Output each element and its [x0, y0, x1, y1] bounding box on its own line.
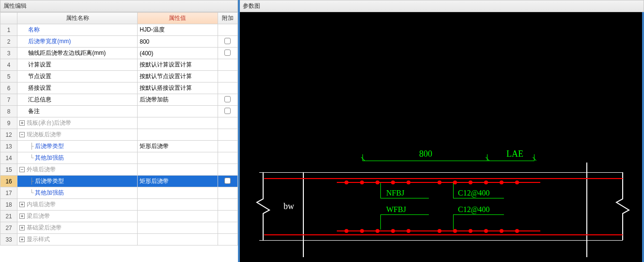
table-row[interactable]: 9+筏板(承台)后浇带 — [0, 117, 238, 129]
prop-name-label: 轴线距后浇带左边线距离(mm) — [28, 49, 106, 56]
cad-diagram[interactable]: 800 LAE — [240, 12, 644, 262]
prop-name-cell[interactable]: ├后浇带类型 — [17, 141, 138, 152]
checkbox-icon[interactable] — [224, 96, 231, 102]
prop-name-cell[interactable]: +内墙后浇带 — [17, 199, 138, 211]
prop-value-cell[interactable]: 800 — [138, 36, 218, 48]
prop-value-cell[interactable]: 按默认计算设置计算 — [138, 59, 218, 71]
table-row[interactable]: 15−外墙后浇带 — [0, 164, 238, 176]
prop-name-cell[interactable]: 名称 — [17, 24, 138, 36]
table-row[interactable]: 18+内墙后浇带 — [0, 199, 238, 211]
prop-extra-cell[interactable] — [218, 106, 237, 117]
tree-toggle-icon[interactable]: + — [19, 202, 25, 207]
prop-name-cell[interactable]: −外墙后浇带 — [17, 164, 138, 176]
prop-value-cell[interactable] — [138, 199, 218, 211]
prop-name-cell[interactable]: +显示样式 — [17, 234, 138, 246]
prop-name-cell[interactable]: 轴线距后浇带左边线距离(mm) — [17, 48, 138, 59]
prop-value-cell[interactable] — [138, 164, 218, 176]
prop-extra-cell[interactable] — [218, 71, 237, 82]
prop-extra-cell[interactable] — [218, 152, 237, 164]
prop-name-cell[interactable]: +梁后浇带 — [17, 211, 138, 222]
prop-value-cell[interactable] — [138, 234, 218, 246]
prop-name-cell[interactable]: 搭接设置 — [17, 82, 138, 94]
prop-name-cell[interactable]: 汇总信息 — [17, 94, 138, 106]
prop-name-cell[interactable]: 后浇带宽度(mm) — [17, 36, 138, 48]
rebar-top-outer — [264, 178, 623, 179]
prop-value-cell[interactable]: 后浇带加筋 — [138, 94, 218, 106]
table-row[interactable]: 33+显示样式 — [0, 234, 238, 246]
prop-value-cell[interactable]: 按默认节点设置计算 — [138, 71, 218, 82]
row-index: 7 — [0, 94, 17, 106]
prop-name-cell[interactable]: 节点设置 — [17, 71, 138, 82]
prop-value-cell[interactable] — [138, 129, 218, 141]
table-row[interactable]: 5节点设置按默认节点设置计算 — [0, 71, 238, 82]
prop-extra-cell[interactable] — [218, 59, 237, 71]
prop-extra-cell[interactable] — [218, 234, 237, 246]
checkbox-icon[interactable] — [224, 38, 231, 44]
table-row[interactable]: 17└其他加强筋 — [0, 187, 238, 199]
table-row[interactable]: 16├后浇带类型矩形后浇带 — [0, 176, 238, 187]
property-table[interactable]: 属性名称 属性值 附加 1名称HJD-温度2后浇带宽度(mm)8003轴线距后浇… — [0, 12, 238, 246]
table-row[interactable]: 6搭接设置按默认搭接设置计算 — [0, 82, 238, 94]
checkbox-icon[interactable] — [224, 49, 231, 56]
row-index: 12 — [0, 129, 17, 141]
prop-extra-cell[interactable] — [218, 187, 237, 199]
prop-value-cell[interactable]: (400) — [138, 48, 218, 59]
prop-value-cell[interactable] — [138, 117, 218, 129]
table-row[interactable]: 8备注 — [0, 106, 238, 117]
prop-value-cell[interactable]: 按默认搭接设置计算 — [138, 82, 218, 94]
prop-name-cell[interactable]: +筏板(承台)后浇带 — [17, 117, 138, 129]
rebar-dot — [345, 229, 348, 233]
prop-name-cell[interactable]: └其他加强筋 — [17, 187, 138, 199]
prop-name-label: 节点设置 — [28, 73, 51, 80]
prop-extra-cell[interactable] — [218, 222, 237, 234]
table-row[interactable]: 27+基础梁后浇带 — [0, 222, 238, 234]
prop-value-cell[interactable] — [138, 211, 218, 222]
prop-value-cell[interactable]: 矩形后浇带 — [138, 176, 218, 187]
prop-name-label: 梁后浇带 — [27, 213, 50, 219]
tree-toggle-icon[interactable]: + — [19, 120, 25, 126]
prop-value-cell[interactable]: HJD-温度 — [138, 24, 218, 36]
prop-name-cell[interactable]: └其他加强筋 — [17, 152, 138, 164]
row-index: 1 — [0, 24, 17, 36]
prop-value-cell[interactable] — [138, 152, 218, 164]
table-row[interactable]: 7汇总信息后浇带加筋 — [0, 94, 238, 106]
table-row[interactable]: 3轴线距后浇带左边线距离(mm)(400) — [0, 48, 238, 59]
prop-extra-cell[interactable] — [218, 164, 237, 176]
prop-extra-cell[interactable] — [218, 211, 237, 222]
prop-extra-cell[interactable] — [218, 48, 237, 59]
prop-extra-cell[interactable] — [218, 94, 237, 106]
table-row[interactable]: 1名称HJD-温度 — [0, 24, 238, 36]
table-row[interactable]: 21+梁后浇带 — [0, 211, 238, 222]
table-row[interactable]: 14└其他加强筋 — [0, 152, 238, 164]
prop-extra-cell[interactable] — [218, 117, 237, 129]
table-row[interactable]: 13├后浇带类型矩形后浇带 — [0, 141, 238, 152]
table-row[interactable]: 12−现浇板后浇带 — [0, 129, 238, 141]
tree-toggle-icon[interactable]: − — [19, 132, 25, 137]
tree-toggle-icon[interactable]: + — [19, 225, 25, 230]
table-row[interactable]: 4计算设置按默认计算设置计算 — [0, 59, 238, 71]
prop-extra-cell[interactable] — [218, 199, 237, 211]
prop-extra-cell[interactable] — [218, 24, 237, 36]
checkbox-icon[interactable] — [224, 108, 231, 114]
prop-value-cell[interactable]: 矩形后浇带 — [138, 141, 218, 152]
prop-name-cell[interactable]: ├后浇带类型 — [17, 176, 138, 187]
prop-extra-cell[interactable] — [218, 141, 237, 152]
checkbox-icon[interactable] — [224, 178, 231, 184]
tree-toggle-icon[interactable]: + — [19, 237, 25, 242]
prop-name-label: 其他加强筋 — [35, 189, 64, 196]
prop-value-cell[interactable] — [138, 106, 218, 117]
tree-toggle-icon[interactable]: − — [19, 167, 25, 172]
prop-extra-cell[interactable] — [218, 82, 237, 94]
prop-name-cell[interactable]: 备注 — [17, 106, 138, 117]
prop-extra-cell[interactable] — [218, 176, 237, 187]
prop-extra-cell[interactable] — [218, 129, 237, 141]
prop-name-cell[interactable]: +基础梁后浇带 — [17, 222, 138, 234]
prop-name-cell[interactable]: 计算设置 — [17, 59, 138, 71]
table-row[interactable]: 2后浇带宽度(mm)800 — [0, 36, 238, 48]
prop-name-cell[interactable]: −现浇板后浇带 — [17, 129, 138, 141]
row-index: 17 — [0, 187, 17, 199]
prop-value-cell[interactable] — [138, 187, 218, 199]
tree-toggle-icon[interactable]: + — [19, 213, 25, 219]
prop-extra-cell[interactable] — [218, 36, 237, 48]
prop-value-cell[interactable] — [138, 222, 218, 234]
